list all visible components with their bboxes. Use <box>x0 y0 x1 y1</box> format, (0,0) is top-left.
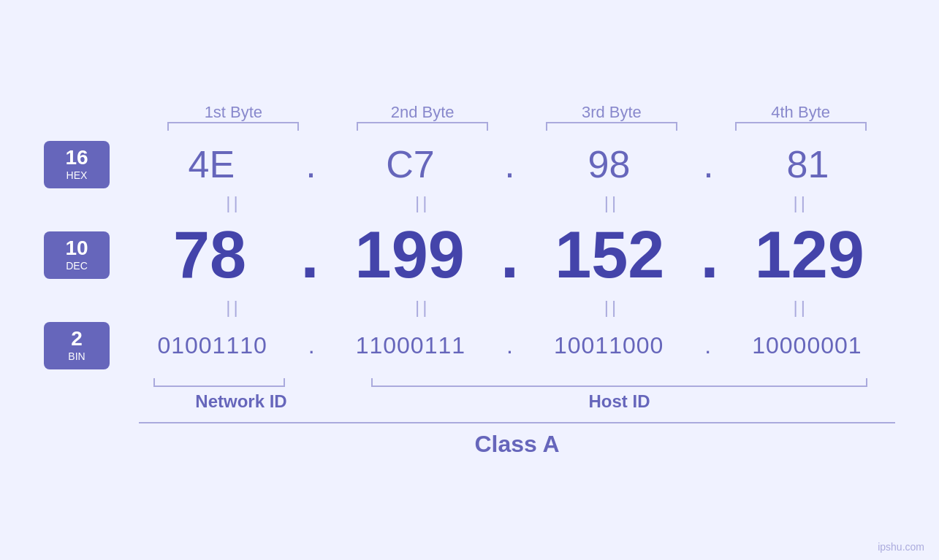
bracket-line-2 <box>357 122 488 131</box>
eq1-2: || <box>342 193 503 213</box>
bracket-2 <box>342 122 503 131</box>
main-container: 1st Byte 2nd Byte 3rd Byte 4th Byte 16 H… <box>0 0 939 560</box>
dec-dot-1: . <box>300 218 319 293</box>
hex-badge-number: 16 <box>65 147 88 168</box>
bin-byte-2: 11000111 <box>330 332 491 359</box>
eq1-4: || <box>721 193 881 213</box>
eq2-4: || <box>721 297 881 318</box>
dec-byte-3: 152 <box>529 218 690 293</box>
dec-dot-3: . <box>700 218 718 293</box>
bin-values: 01001110 . 11000111 . 10011000 . 1000000… <box>124 332 895 359</box>
bin-row: 2 BIN 01001110 . 11000111 . 10011000 . 1… <box>44 322 895 369</box>
bracket-line-4 <box>735 122 867 131</box>
dec-byte-4: 129 <box>729 218 890 293</box>
hex-badge: 16 HEX <box>44 141 110 188</box>
byte-header-4: 4th Byte <box>721 103 881 122</box>
host-id-label: Host ID <box>343 391 895 412</box>
hex-byte-3: 98 <box>528 142 689 186</box>
bracket-3 <box>531 122 692 131</box>
bin-dot-3: . <box>704 332 711 359</box>
dec-byte-2: 199 <box>330 218 490 293</box>
equals-row-2: || || || || <box>44 297 895 318</box>
dec-badge: 10 DEC <box>44 231 110 279</box>
byte-headers: 1st Byte 2nd Byte 3rd Byte 4th Byte <box>44 103 895 122</box>
watermark: ipshu.com <box>878 541 924 553</box>
id-labels-row: Network ID Host ID <box>44 391 895 412</box>
hex-values: 4E . C7 . 98 . 81 <box>124 142 895 186</box>
bracket-1 <box>153 122 313 131</box>
byte-header-2: 2nd Byte <box>342 103 503 122</box>
dec-badge-number: 10 <box>65 238 88 258</box>
bin-badge-label: BIN <box>68 350 85 362</box>
class-label: Class A <box>139 431 895 458</box>
eq1-1: || <box>153 193 313 213</box>
bin-badge: 2 BIN <box>44 322 110 369</box>
bin-byte-1: 01001110 <box>132 332 293 359</box>
bin-dot-2: . <box>506 332 513 359</box>
hex-dot-3: . <box>703 142 713 186</box>
hex-byte-2: C7 <box>330 142 490 186</box>
bin-badge-number: 2 <box>71 329 83 349</box>
hex-dot-1: . <box>305 142 316 186</box>
dec-values: 78 . 199 . 152 . 129 <box>124 218 895 293</box>
dec-byte-1: 78 <box>129 218 290 293</box>
top-brackets <box>44 122 895 131</box>
eq2-3: || <box>531 297 692 318</box>
hex-badge-label: HEX <box>66 169 88 181</box>
dec-dot-2: . <box>501 218 519 293</box>
bracket-4 <box>721 122 881 131</box>
byte-header-1: 1st Byte <box>153 103 313 122</box>
hex-byte-4: 81 <box>728 142 889 186</box>
byte-header-3: 3rd Byte <box>531 103 692 122</box>
bottom-brackets-row <box>44 378 895 387</box>
class-bracket-line <box>139 422 895 423</box>
network-id-label: Network ID <box>139 391 343 412</box>
hex-byte-1: 4E <box>131 142 292 186</box>
network-bracket-container <box>139 378 300 387</box>
bin-byte-3: 10011000 <box>528 332 689 359</box>
network-bracket-line <box>153 378 285 387</box>
equals-row-1: || || || || <box>44 193 895 213</box>
host-bracket-line <box>371 378 868 387</box>
eq2-1: || <box>153 297 313 318</box>
eq2-2: || <box>342 297 503 318</box>
bin-dot-1: . <box>308 332 315 359</box>
bracket-line-1 <box>167 122 299 131</box>
bin-byte-4: 10000001 <box>726 332 887 359</box>
class-section: Class A <box>44 422 895 458</box>
host-bracket-container <box>343 378 895 387</box>
spacer-1 <box>300 378 343 387</box>
eq1-3: || <box>531 193 692 213</box>
dec-row: 10 DEC 78 . 199 . 152 . 129 <box>44 218 895 293</box>
bracket-line-3 <box>546 122 677 131</box>
hex-row: 16 HEX 4E . C7 . 98 . 81 <box>44 141 895 188</box>
hex-dot-2: . <box>504 142 514 186</box>
dec-badge-label: DEC <box>66 260 88 272</box>
